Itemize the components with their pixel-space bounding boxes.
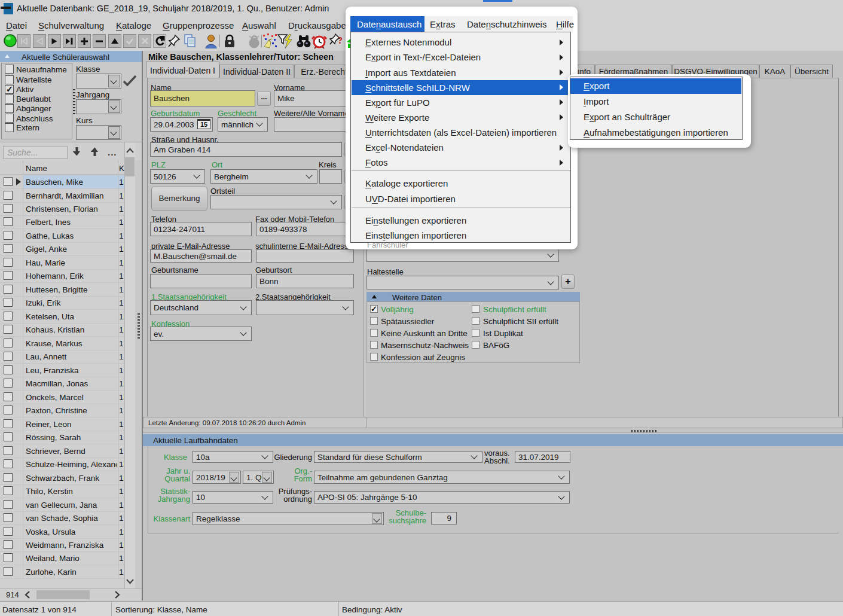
svg-text:?: ? [338,35,343,45]
